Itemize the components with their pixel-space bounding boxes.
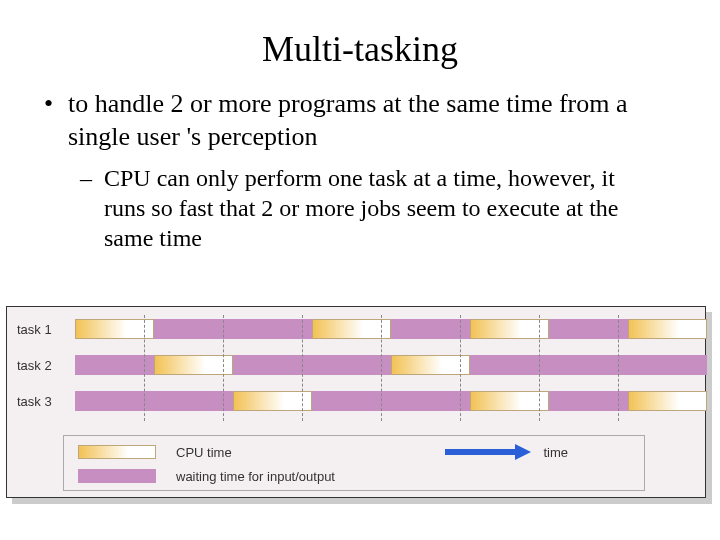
task-label: task 2 — [17, 358, 61, 373]
time-division-line — [144, 315, 145, 421]
cpu-segment — [233, 391, 312, 411]
wait-segment — [470, 355, 707, 375]
task-track — [75, 355, 685, 375]
cpu-segment — [628, 391, 707, 411]
cpu-segment — [628, 319, 707, 339]
legend-wait-label: waiting time for input/output — [176, 469, 335, 484]
cpu-swatch-icon — [78, 445, 156, 459]
slide-title: Multi-tasking — [0, 0, 720, 88]
arrow-head-icon — [515, 444, 531, 460]
wait-segment — [154, 319, 312, 339]
cpu-segment — [312, 319, 391, 339]
task-label: task 3 — [17, 394, 61, 409]
time-arrow: time — [445, 444, 568, 460]
arrow-line-icon — [445, 449, 515, 455]
legend-cpu: CPU time — [78, 442, 232, 462]
legend-wait: waiting time for input/output — [78, 466, 335, 486]
time-division-line — [302, 315, 303, 421]
legend-cpu-label: CPU time — [176, 445, 232, 460]
wait-segment — [549, 319, 628, 339]
time-division-line — [223, 315, 224, 421]
wait-segment — [233, 355, 391, 375]
time-division-line — [539, 315, 540, 421]
task-row: task 1 — [17, 317, 695, 341]
time-division-line — [460, 315, 461, 421]
legend-box: CPU time waiting time for input/output t… — [63, 435, 645, 491]
timing-diagram: CPU time waiting time for input/output t… — [6, 306, 712, 504]
time-label: time — [543, 445, 568, 460]
diagram-body: CPU time waiting time for input/output t… — [6, 306, 706, 498]
wait-segment — [549, 391, 628, 411]
cpu-segment — [154, 355, 233, 375]
task-label: task 1 — [17, 322, 61, 337]
cpu-segment — [470, 319, 549, 339]
task-row: task 2 — [17, 353, 695, 377]
bullet-list: to handle 2 or more programs at the same… — [0, 88, 720, 253]
wait-segment — [391, 319, 470, 339]
wait-segment — [75, 355, 154, 375]
task-track — [75, 391, 685, 411]
wait-swatch-icon — [78, 469, 156, 483]
wait-segment — [312, 391, 470, 411]
bullet-level1: to handle 2 or more programs at the same… — [68, 88, 672, 153]
slide: Multi-tasking to handle 2 or more progra… — [0, 0, 720, 540]
time-division-line — [381, 315, 382, 421]
task-row: task 3 — [17, 389, 695, 413]
task-track — [75, 319, 685, 339]
time-division-line — [618, 315, 619, 421]
bullet-level2: CPU can only perform one task at a time,… — [104, 163, 672, 253]
wait-segment — [75, 391, 233, 411]
cpu-segment — [470, 391, 549, 411]
cpu-segment — [391, 355, 470, 375]
cpu-segment — [75, 319, 154, 339]
